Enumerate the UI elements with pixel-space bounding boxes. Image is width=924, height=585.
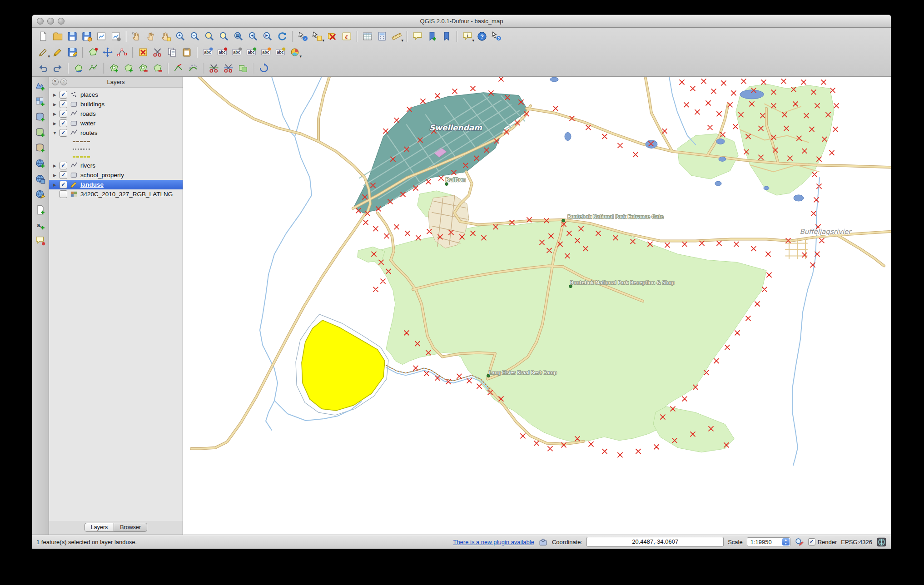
- coordinate-input[interactable]: 20.4487,-34.0607: [586, 537, 724, 547]
- show-bookmarks-button[interactable]: [439, 29, 453, 43]
- add-wms-layer-button[interactable]: [34, 157, 47, 170]
- add-ring-button[interactable]: [107, 61, 121, 75]
- select-by-expression-button[interactable]: ε: [339, 29, 353, 43]
- add-wfs-layer-button[interactable]: [34, 188, 47, 201]
- zoom-next-button[interactable]: ▸: [260, 29, 274, 43]
- zoom-to-layer-button[interactable]: ▤: [231, 29, 245, 43]
- touch-zoom-pan-button[interactable]: [129, 29, 144, 43]
- layer-row-places[interactable]: ▶✓places: [49, 90, 183, 99]
- add-part-button[interactable]: [121, 61, 135, 75]
- add-raster-layer-button[interactable]: [34, 95, 47, 109]
- layer-visibility-checkbox[interactable]: ✓: [60, 100, 67, 108]
- refresh-map-button[interactable]: [275, 29, 289, 43]
- expand-arrow-icon[interactable]: ▶: [52, 173, 57, 178]
- split-features-button[interactable]: [207, 61, 221, 75]
- text-annotation-button[interactable]: [410, 29, 424, 43]
- render-checkbox[interactable]: ✓ Render: [808, 538, 837, 545]
- add-delimited-text-layer-button[interactable]: a,: [34, 218, 47, 232]
- expand-arrow-icon[interactable]: ▶: [52, 112, 57, 116]
- current-edits-button[interactable]: ▾: [36, 45, 50, 59]
- add-mssql-layer-button[interactable]: [34, 141, 47, 155]
- layer-visibility-checkbox[interactable]: ✓: [60, 119, 67, 127]
- zoom-in-button[interactable]: +: [173, 29, 187, 43]
- plugin-available-link[interactable]: There is a new plugin available: [453, 539, 534, 545]
- split-parts-button[interactable]: [221, 61, 235, 75]
- labeling-options-button[interactable]: abc: [200, 45, 214, 59]
- save-project-button[interactable]: [65, 29, 79, 43]
- pan-map-button[interactable]: [144, 29, 158, 43]
- save-layer-edits-button[interactable]: [65, 45, 79, 59]
- field-calculator-button[interactable]: [375, 29, 389, 43]
- plugin-icon[interactable]: [538, 537, 548, 547]
- add-spatialite-layer-button[interactable]: [34, 126, 47, 139]
- render-checkbox-box[interactable]: ✓: [808, 538, 815, 545]
- delete-part-button[interactable]: [150, 61, 164, 75]
- composer-manager-button[interactable]: [109, 29, 123, 43]
- new-bookmark-button[interactable]: [425, 29, 439, 43]
- legend-symbol-row[interactable]: [49, 153, 183, 161]
- deselect-all-button[interactable]: [325, 29, 339, 43]
- layer-visibility-checkbox[interactable]: ✓: [60, 129, 67, 137]
- open-attribute-table-button[interactable]: [360, 29, 374, 43]
- move-feature-button[interactable]: [100, 45, 114, 59]
- layer-row-rivers[interactable]: ▶✓rivers: [49, 161, 183, 170]
- toggle-editing-button[interactable]: [50, 45, 65, 59]
- cut-features-button[interactable]: [150, 45, 164, 59]
- panel-close-icon[interactable]: ✕: [52, 79, 59, 85]
- copy-features-button[interactable]: [165, 45, 179, 59]
- zoom-to-selection-button[interactable]: [217, 29, 231, 43]
- rotate-label-button[interactable]: abc: [258, 45, 273, 59]
- add-wcs-layer-button[interactable]: [34, 172, 47, 186]
- layer-visibility-checkbox[interactable]: ✓: [60, 181, 67, 188]
- undo-button[interactable]: [36, 61, 50, 75]
- create-annotation-button[interactable]: [34, 234, 47, 248]
- measure-button[interactable]: ▾: [389, 29, 403, 43]
- reshape-features-button[interactable]: [171, 61, 185, 75]
- node-tool-button[interactable]: [115, 45, 129, 59]
- layer-row-routes[interactable]: ▼✓routes: [49, 128, 183, 138]
- legend-symbol-row[interactable]: [49, 138, 183, 145]
- delete-selected-button[interactable]: [136, 45, 150, 59]
- whats-this-button[interactable]: ?: [489, 29, 503, 43]
- expand-arrow-icon[interactable]: ▶: [52, 93, 57, 97]
- add-vector-layer-button[interactable]: [34, 79, 47, 93]
- layer-visibility-checkbox[interactable]: ✓: [60, 91, 67, 99]
- layer-row-water[interactable]: ▶✓water: [49, 119, 183, 128]
- rotate-feature-button[interactable]: [71, 61, 85, 75]
- layer-row-3420C_2010_327_RGB_LATLNG[interactable]: ✓3420C_2010_327_RGB_LATLNG: [49, 189, 183, 199]
- tab-browser[interactable]: Browser: [114, 523, 147, 532]
- change-label-properties-button[interactable]: abc: [273, 45, 287, 59]
- show-hide-labels-button[interactable]: abc: [229, 45, 243, 59]
- layer-row-landuse[interactable]: ▶✓landuse: [49, 180, 183, 189]
- zoom-last-button[interactable]: ◂: [246, 29, 260, 43]
- pin-labels-button[interactable]: abc: [215, 45, 229, 59]
- identify-features-button[interactable]: i: [296, 29, 310, 43]
- expand-arrow-icon[interactable]: ▶: [52, 102, 57, 107]
- select-features-button[interactable]: ▾: [310, 29, 324, 43]
- layer-visibility-checkbox[interactable]: ✓: [60, 110, 67, 118]
- scale-combobox[interactable]: 1:19950 ▲▼: [747, 537, 790, 546]
- zoom-window-button[interactable]: [58, 18, 65, 25]
- crs-status-icon[interactable]: [876, 537, 887, 547]
- map-tips-button[interactable]: i▾: [460, 29, 474, 43]
- save-project-as-button[interactable]: [79, 29, 94, 43]
- open-project-button[interactable]: [50, 29, 65, 43]
- legend-symbol-row[interactable]: [49, 145, 183, 153]
- expand-arrow-icon[interactable]: ▶: [52, 164, 57, 168]
- delete-ring-button[interactable]: [136, 61, 150, 75]
- map-canvas[interactable]: SwellendamRailtonBontebok National Park …: [183, 77, 891, 535]
- layer-visibility-checkbox[interactable]: ✓: [60, 171, 67, 179]
- collapse-arrow-icon[interactable]: ▼: [52, 131, 57, 135]
- layer-row-buildings[interactable]: ▶✓buildings: [49, 99, 183, 109]
- rotate-point-symbols-button[interactable]: [257, 61, 271, 75]
- layer-row-school_property[interactable]: ▶✓school_property: [49, 170, 183, 180]
- diagram-options-button[interactable]: ▾: [288, 45, 302, 59]
- zoom-out-button[interactable]: −: [188, 29, 202, 43]
- close-window-button[interactable]: [37, 18, 44, 25]
- scale-dropdown-arrows-icon[interactable]: ▲▼: [782, 538, 790, 545]
- merge-features-button[interactable]: [236, 61, 250, 75]
- zoom-full-button[interactable]: [202, 29, 216, 43]
- add-feature-button[interactable]: [86, 45, 100, 59]
- titlebar[interactable]: QGIS 2.0.1-Dufour - basic_map: [32, 15, 891, 28]
- offset-curve-button[interactable]: [186, 61, 200, 75]
